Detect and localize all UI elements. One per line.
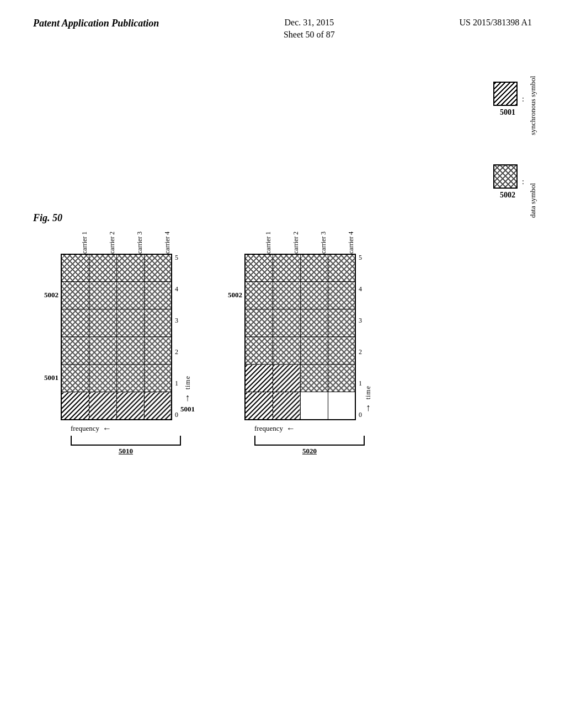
tick-0-right: 0: [359, 411, 362, 419]
freq-arrow-row-left: frequency ←: [71, 424, 181, 433]
cell: [273, 254, 300, 282]
legend-swatch-data: [493, 164, 518, 189]
cell: [144, 282, 172, 309]
cell: [245, 337, 273, 365]
publication-date: Dec. 31, 2015 Sheet 50 of 87: [284, 17, 335, 41]
cell: [61, 365, 89, 392]
cell: [328, 309, 355, 337]
freq-arrow-row-right: frequency ←: [254, 424, 365, 433]
tick-1-right: 1: [359, 379, 362, 388]
carrier-label-r3: carrier 3: [319, 218, 328, 254]
legend-num-sync: 5001: [495, 108, 515, 117]
time-label-left: time: [184, 376, 192, 389]
legend: 5001 : synchronous symbol 5002 : data sy…: [493, 63, 537, 218]
cell: [89, 282, 116, 309]
carrier-label-r2: carrier 2: [292, 218, 300, 254]
table-row: [245, 282, 355, 309]
cell: [273, 282, 300, 309]
cell: [328, 392, 355, 420]
cell: [144, 365, 172, 392]
table-row: [245, 254, 355, 282]
tick-5-right: 5: [359, 254, 362, 262]
carrier-label-r4: carrier 4: [347, 218, 355, 254]
table-row: [245, 365, 355, 392]
label-5002-left: 5002: [44, 291, 58, 299]
cell: [300, 337, 328, 365]
brace-bracket-left: [71, 436, 181, 446]
cell: [328, 365, 355, 392]
cell: [116, 392, 144, 420]
main-content: 5001 : synchronous symbol 5002 : data sy…: [0, 52, 565, 725]
cell: [61, 254, 89, 282]
grid-time-left: 5002 5001: [44, 254, 195, 420]
legend-swatch-sync: [493, 82, 518, 106]
cell: [245, 254, 273, 282]
legend-colon-sync: :: [522, 95, 524, 104]
cell: [116, 254, 144, 282]
label-5001-left: 5001: [44, 373, 58, 382]
cell: [328, 282, 355, 309]
cell: [89, 309, 116, 337]
cell: [61, 392, 89, 420]
time-arrow-right: ↑: [366, 402, 371, 414]
grid-left: [61, 254, 172, 420]
grid-time-right: 5002: [228, 254, 372, 420]
cell: [89, 337, 116, 365]
cell: [300, 254, 328, 282]
tick-1-left: 1: [175, 379, 178, 388]
tick-3-right: 3: [359, 317, 362, 325]
table-row: [61, 282, 172, 309]
cell: [273, 309, 300, 337]
table-row: [245, 392, 355, 420]
grid-right: [244, 254, 356, 420]
legend-num-data: 5002: [495, 191, 515, 200]
table-row: [61, 392, 172, 420]
tick-4-left: 4: [175, 285, 178, 293]
time-ticks-right: 5 4 3 2 1 0: [359, 254, 362, 419]
cell: [273, 337, 300, 365]
cell: [328, 337, 355, 365]
cell: [144, 392, 172, 420]
cell: [273, 392, 300, 420]
legend-text-data: data symbol: [529, 146, 537, 218]
cell: [61, 337, 89, 365]
cell: [116, 337, 144, 365]
cell: [300, 392, 328, 420]
cell: [245, 282, 273, 309]
carrier-label-1: carrier 1: [81, 218, 89, 254]
brace-label-left: 5010: [119, 447, 133, 456]
cell: [61, 282, 89, 309]
patent-number: US 2015/381398 A1: [459, 17, 532, 29]
label-5001-arrow-left: 5001: [180, 405, 195, 414]
time-ticks-left: 5 4 3 2 1 0: [175, 254, 178, 419]
time-label-right: time: [364, 386, 372, 399]
brace-right: 5020: [254, 436, 365, 456]
publication-title: Patent Application Publication: [33, 17, 159, 30]
brace-left: 5010: [71, 436, 181, 456]
legend-colon-data: :: [522, 178, 524, 186]
tick-4-right: 4: [359, 285, 362, 293]
legend-text-sync: synchronous symbol: [529, 63, 537, 135]
brace-label-right: 5020: [302, 447, 317, 456]
table-row: [245, 337, 355, 365]
row-labels-right: 5002: [228, 254, 242, 419]
left-diagram: carrier 1 carrier 2 carrier 3 carrier 4: [44, 218, 195, 456]
label-5002-right: 5002: [228, 291, 242, 299]
cell: [89, 254, 116, 282]
right-diagram: carrier 1 carrier 2 carrier 3 carrier 4: [228, 218, 372, 456]
cell: [245, 309, 273, 337]
table-row: [61, 365, 172, 392]
carrier-labels-left: carrier 1 carrier 2 carrier 3 carrier 4: [71, 218, 181, 254]
table-row: [61, 309, 172, 337]
cell: [300, 282, 328, 309]
cell: [300, 365, 328, 392]
cell: [300, 309, 328, 337]
freq-arrow-icon-left: ←: [103, 424, 111, 433]
time-axis-right: time ↑: [364, 254, 372, 419]
time-axis-left: time ↑ 5001: [180, 254, 195, 419]
cell: [328, 254, 355, 282]
cell: [116, 365, 144, 392]
cell: [89, 365, 116, 392]
tick-2-right: 2: [359, 348, 362, 356]
table-row: [61, 254, 172, 282]
